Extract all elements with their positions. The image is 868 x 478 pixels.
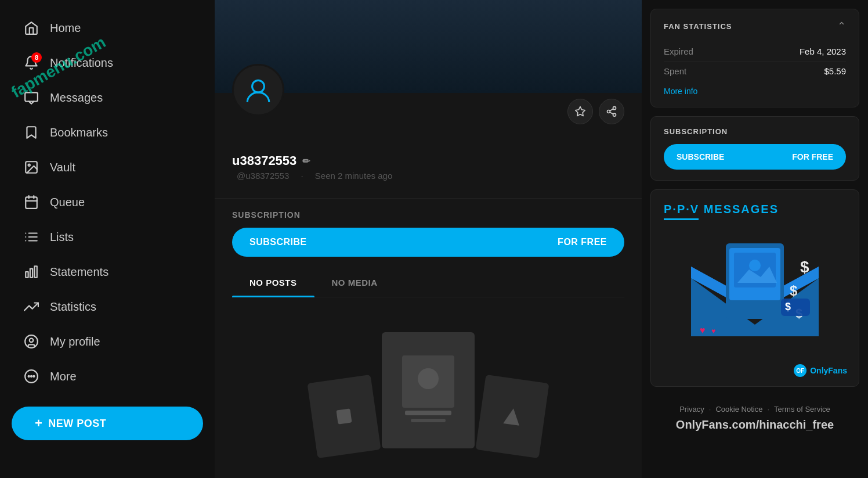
svg-point-2: [28, 164, 30, 166]
svg-text:$: $: [785, 301, 791, 312]
sidebar-item-more[interactable]: More: [6, 360, 209, 393]
tab-no-media[interactable]: NO MEDIA: [314, 268, 395, 297]
svg-point-31: [418, 368, 439, 389]
sidebar-label-my-profile: My profile: [50, 335, 100, 348]
subscription-card: SUBSCRIPTION SUBSCRIBE FOR FREE: [650, 116, 859, 181]
right-panel: FAN STATISTICS ⌃ Expired Feb 4, 2023 Spe…: [642, 0, 868, 478]
list-icon: [23, 229, 39, 245]
svg-text:$: $: [790, 283, 798, 299]
empty-state: [215, 297, 642, 478]
svg-line-27: [610, 112, 613, 114]
message-icon: [23, 89, 39, 106]
sidebar-label-queue: Queue: [50, 196, 85, 209]
plus-icon: +: [35, 416, 42, 431]
sidebar-label-messages: Messages: [50, 91, 103, 105]
sidebar-item-vault[interactable]: Vault: [6, 151, 209, 184]
privacy-link[interactable]: Privacy: [679, 405, 704, 414]
profile-info: u38372553 ✏ @u38372553 · Seen 2 minutes …: [232, 153, 624, 186]
tab-no-posts[interactable]: NO POSTS: [232, 268, 314, 297]
user-circle-icon: [23, 333, 39, 350]
svg-point-20: [31, 376, 32, 377]
notification-badge: 8: [31, 52, 42, 63]
svg-point-41: [749, 260, 761, 271]
more-circle-icon: [23, 368, 39, 384]
svg-line-28: [610, 109, 613, 110]
more-info-link[interactable]: More info: [664, 87, 697, 96]
sidebar-label-statistics: Statistics: [50, 300, 96, 314]
sidebar-item-statements[interactable]: Statements: [6, 256, 209, 288]
svg-rect-32: [405, 411, 451, 415]
sidebar-label-vault: Vault: [50, 161, 75, 174]
right-footer: Privacy · Cookie Notice · Terms of Servi…: [642, 396, 868, 441]
avatar: [232, 64, 284, 116]
sidebar-item-home[interactable]: Home: [6, 12, 209, 44]
onlyfans-branding: OF OnlyFans: [794, 364, 847, 377]
sidebar-item-statistics[interactable]: Statistics: [6, 290, 209, 323]
main-content: u38372553 ✏ @u38372553 · Seen 2 minutes …: [215, 0, 642, 478]
edit-icon[interactable]: ✏: [302, 156, 310, 167]
svg-point-19: [28, 376, 30, 377]
star-button[interactable]: [567, 99, 593, 124]
terms-link[interactable]: Terms of Service: [774, 405, 830, 414]
image-icon: [23, 159, 39, 175]
new-post-button[interactable]: + NEW POST: [12, 407, 203, 440]
sidebar-item-messages[interactable]: Messages: [6, 81, 209, 114]
svg-rect-15: [34, 266, 37, 278]
home-icon: [23, 20, 39, 36]
ppv-title: P·P·V MESSAGES: [664, 203, 779, 216]
svg-rect-0: [25, 92, 38, 101]
sidebar-label-notifications: Notifications: [50, 56, 113, 70]
sidebar-item-notifications[interactable]: 8 Notifications: [6, 46, 209, 79]
svg-rect-33: [411, 419, 446, 422]
svg-marker-34: [503, 407, 522, 426]
subscription-card-title: SUBSCRIPTION: [664, 127, 846, 136]
svg-text:♥: ♥: [700, 325, 706, 335]
chevron-up-icon[interactable]: ⌃: [837, 20, 846, 33]
subscription-label: SUBSCRIPTION: [232, 210, 624, 220]
footer-brand: OnlyFans.com/hinacchi_free: [654, 418, 855, 432]
onlyfans-label: OnlyFans: [810, 366, 847, 375]
stat-row-spent: Spent $5.59: [664, 62, 846, 81]
ppv-illustration: $ $ $ $ ♥ ♥: [664, 232, 846, 348]
sidebar-item-queue[interactable]: Queue: [6, 186, 209, 218]
cookie-notice-link[interactable]: Cookie Notice: [715, 405, 762, 414]
sidebar-item-bookmarks[interactable]: Bookmarks: [6, 116, 209, 149]
sidebar: Home 8 Notifications Messages Bookmarks …: [0, 0, 215, 478]
subscribe-button-panel[interactable]: SUBSCRIBE FOR FREE: [664, 144, 846, 170]
footer-links: Privacy · Cookie Notice · Terms of Servi…: [654, 405, 855, 414]
profile-header: u38372553 ✏ @u38372553 · Seen 2 minutes …: [215, 93, 642, 198]
of-logo: OF: [794, 364, 806, 377]
bookmark-icon: [23, 124, 39, 141]
subscription-section: SUBSCRIPTION SUBSCRIBE FOR FREE: [215, 198, 642, 268]
photo-card-left: [307, 375, 381, 458]
tabs: NO POSTS NO MEDIA: [232, 268, 624, 297]
empty-state-illustration: [312, 332, 544, 448]
fan-stats-header: FAN STATISTICS ⌃: [664, 20, 846, 33]
share-button[interactable]: [599, 99, 624, 124]
trending-up-icon: [23, 299, 39, 315]
photo-card-main: [382, 332, 475, 448]
sidebar-label-lists: Lists: [50, 231, 74, 244]
svg-point-21: [33, 376, 34, 377]
bar-chart-icon: [23, 264, 39, 280]
svg-rect-29: [336, 408, 352, 424]
svg-marker-23: [576, 107, 585, 116]
subscribe-button[interactable]: SUBSCRIBE FOR FREE: [232, 228, 624, 257]
sidebar-label-home: Home: [50, 21, 81, 35]
sidebar-label-statements: Statements: [50, 265, 108, 279]
fan-statistics-card: FAN STATISTICS ⌃ Expired Feb 4, 2023 Spe…: [650, 9, 859, 107]
profile-name: u38372553 ✏: [232, 153, 624, 168]
sidebar-item-my-profile[interactable]: My profile: [6, 325, 209, 358]
svg-text:♥: ♥: [711, 327, 715, 335]
svg-rect-3: [26, 197, 37, 209]
fan-stats-title: FAN STATISTICS: [664, 22, 732, 31]
ppv-messages-card: P·P·V MESSAGES $ $ $: [650, 189, 859, 387]
photo-card-right: [475, 375, 549, 458]
sidebar-item-lists[interactable]: Lists: [6, 221, 209, 253]
svg-rect-13: [26, 272, 28, 278]
svg-point-22: [252, 80, 265, 92]
svg-text:$: $: [800, 258, 809, 276]
svg-rect-14: [30, 269, 32, 278]
ppv-underline: [664, 218, 699, 220]
svg-point-17: [30, 339, 34, 343]
